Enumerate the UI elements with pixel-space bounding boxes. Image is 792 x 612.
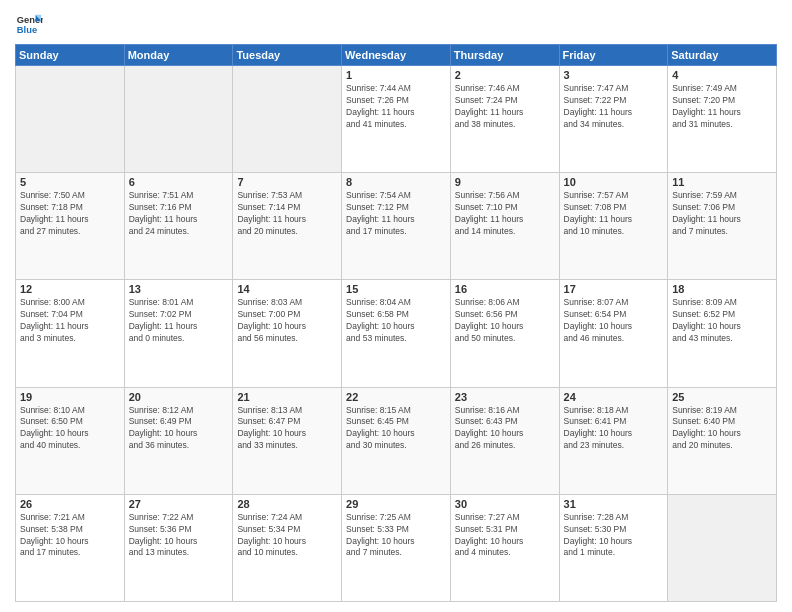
- day-cell-20: 20Sunrise: 8:12 AM Sunset: 6:49 PM Dayli…: [124, 387, 233, 494]
- day-cell-12: 12Sunrise: 8:00 AM Sunset: 7:04 PM Dayli…: [16, 280, 125, 387]
- day-number: 28: [237, 498, 337, 510]
- day-info: Sunrise: 8:13 AM Sunset: 6:47 PM Dayligh…: [237, 405, 337, 453]
- day-number: 17: [564, 283, 664, 295]
- day-number: 18: [672, 283, 772, 295]
- empty-cell: [233, 66, 342, 173]
- day-cell-29: 29Sunrise: 7:25 AM Sunset: 5:33 PM Dayli…: [342, 494, 451, 601]
- day-cell-15: 15Sunrise: 8:04 AM Sunset: 6:58 PM Dayli…: [342, 280, 451, 387]
- day-cell-13: 13Sunrise: 8:01 AM Sunset: 7:02 PM Dayli…: [124, 280, 233, 387]
- day-info: Sunrise: 7:56 AM Sunset: 7:10 PM Dayligh…: [455, 190, 555, 238]
- day-info: Sunrise: 7:49 AM Sunset: 7:20 PM Dayligh…: [672, 83, 772, 131]
- day-info: Sunrise: 7:47 AM Sunset: 7:22 PM Dayligh…: [564, 83, 664, 131]
- week-row-5: 26Sunrise: 7:21 AM Sunset: 5:38 PM Dayli…: [16, 494, 777, 601]
- day-cell-25: 25Sunrise: 8:19 AM Sunset: 6:40 PM Dayli…: [668, 387, 777, 494]
- day-info: Sunrise: 7:57 AM Sunset: 7:08 PM Dayligh…: [564, 190, 664, 238]
- day-info: Sunrise: 7:22 AM Sunset: 5:36 PM Dayligh…: [129, 512, 229, 560]
- day-cell-24: 24Sunrise: 8:18 AM Sunset: 6:41 PM Dayli…: [559, 387, 668, 494]
- day-info: Sunrise: 8:16 AM Sunset: 6:43 PM Dayligh…: [455, 405, 555, 453]
- day-number: 11: [672, 176, 772, 188]
- day-cell-18: 18Sunrise: 8:09 AM Sunset: 6:52 PM Dayli…: [668, 280, 777, 387]
- week-row-3: 12Sunrise: 8:00 AM Sunset: 7:04 PM Dayli…: [16, 280, 777, 387]
- logo-icon: General Blue: [15, 10, 43, 38]
- day-cell-11: 11Sunrise: 7:59 AM Sunset: 7:06 PM Dayli…: [668, 173, 777, 280]
- day-cell-27: 27Sunrise: 7:22 AM Sunset: 5:36 PM Dayli…: [124, 494, 233, 601]
- day-number: 8: [346, 176, 446, 188]
- svg-text:Blue: Blue: [17, 25, 37, 35]
- day-info: Sunrise: 8:18 AM Sunset: 6:41 PM Dayligh…: [564, 405, 664, 453]
- weekday-header-friday: Friday: [559, 45, 668, 66]
- day-info: Sunrise: 7:44 AM Sunset: 7:26 PM Dayligh…: [346, 83, 446, 131]
- day-info: Sunrise: 7:51 AM Sunset: 7:16 PM Dayligh…: [129, 190, 229, 238]
- day-cell-28: 28Sunrise: 7:24 AM Sunset: 5:34 PM Dayli…: [233, 494, 342, 601]
- day-number: 2: [455, 69, 555, 81]
- day-cell-9: 9Sunrise: 7:56 AM Sunset: 7:10 PM Daylig…: [450, 173, 559, 280]
- day-info: Sunrise: 7:50 AM Sunset: 7:18 PM Dayligh…: [20, 190, 120, 238]
- day-info: Sunrise: 7:46 AM Sunset: 7:24 PM Dayligh…: [455, 83, 555, 131]
- day-cell-26: 26Sunrise: 7:21 AM Sunset: 5:38 PM Dayli…: [16, 494, 125, 601]
- day-info: Sunrise: 7:28 AM Sunset: 5:30 PM Dayligh…: [564, 512, 664, 560]
- weekday-header-thursday: Thursday: [450, 45, 559, 66]
- day-number: 12: [20, 283, 120, 295]
- week-row-1: 1Sunrise: 7:44 AM Sunset: 7:26 PM Daylig…: [16, 66, 777, 173]
- day-number: 22: [346, 391, 446, 403]
- day-cell-21: 21Sunrise: 8:13 AM Sunset: 6:47 PM Dayli…: [233, 387, 342, 494]
- day-info: Sunrise: 7:21 AM Sunset: 5:38 PM Dayligh…: [20, 512, 120, 560]
- empty-cell: [124, 66, 233, 173]
- day-cell-16: 16Sunrise: 8:06 AM Sunset: 6:56 PM Dayli…: [450, 280, 559, 387]
- day-number: 24: [564, 391, 664, 403]
- day-cell-1: 1Sunrise: 7:44 AM Sunset: 7:26 PM Daylig…: [342, 66, 451, 173]
- day-number: 10: [564, 176, 664, 188]
- day-cell-8: 8Sunrise: 7:54 AM Sunset: 7:12 PM Daylig…: [342, 173, 451, 280]
- day-cell-23: 23Sunrise: 8:16 AM Sunset: 6:43 PM Dayli…: [450, 387, 559, 494]
- day-number: 16: [455, 283, 555, 295]
- weekday-header-tuesday: Tuesday: [233, 45, 342, 66]
- day-number: 15: [346, 283, 446, 295]
- empty-cell: [668, 494, 777, 601]
- day-cell-5: 5Sunrise: 7:50 AM Sunset: 7:18 PM Daylig…: [16, 173, 125, 280]
- weekday-header-monday: Monday: [124, 45, 233, 66]
- empty-cell: [16, 66, 125, 173]
- day-info: Sunrise: 7:27 AM Sunset: 5:31 PM Dayligh…: [455, 512, 555, 560]
- day-number: 1: [346, 69, 446, 81]
- day-info: Sunrise: 8:04 AM Sunset: 6:58 PM Dayligh…: [346, 297, 446, 345]
- day-info: Sunrise: 7:59 AM Sunset: 7:06 PM Dayligh…: [672, 190, 772, 238]
- calendar-table: SundayMondayTuesdayWednesdayThursdayFrid…: [15, 44, 777, 602]
- day-cell-19: 19Sunrise: 8:10 AM Sunset: 6:50 PM Dayli…: [16, 387, 125, 494]
- weekday-header-sunday: Sunday: [16, 45, 125, 66]
- day-number: 7: [237, 176, 337, 188]
- logo: General Blue: [15, 10, 43, 38]
- day-number: 29: [346, 498, 446, 510]
- day-number: 31: [564, 498, 664, 510]
- day-number: 13: [129, 283, 229, 295]
- week-row-4: 19Sunrise: 8:10 AM Sunset: 6:50 PM Dayli…: [16, 387, 777, 494]
- day-info: Sunrise: 7:25 AM Sunset: 5:33 PM Dayligh…: [346, 512, 446, 560]
- day-cell-3: 3Sunrise: 7:47 AM Sunset: 7:22 PM Daylig…: [559, 66, 668, 173]
- day-number: 19: [20, 391, 120, 403]
- day-number: 26: [20, 498, 120, 510]
- day-cell-30: 30Sunrise: 7:27 AM Sunset: 5:31 PM Dayli…: [450, 494, 559, 601]
- day-info: Sunrise: 8:07 AM Sunset: 6:54 PM Dayligh…: [564, 297, 664, 345]
- weekday-header-saturday: Saturday: [668, 45, 777, 66]
- weekday-header-row: SundayMondayTuesdayWednesdayThursdayFrid…: [16, 45, 777, 66]
- day-cell-2: 2Sunrise: 7:46 AM Sunset: 7:24 PM Daylig…: [450, 66, 559, 173]
- day-info: Sunrise: 8:01 AM Sunset: 7:02 PM Dayligh…: [129, 297, 229, 345]
- day-number: 5: [20, 176, 120, 188]
- day-info: Sunrise: 8:12 AM Sunset: 6:49 PM Dayligh…: [129, 405, 229, 453]
- day-number: 14: [237, 283, 337, 295]
- day-info: Sunrise: 8:03 AM Sunset: 7:00 PM Dayligh…: [237, 297, 337, 345]
- day-number: 30: [455, 498, 555, 510]
- day-info: Sunrise: 7:53 AM Sunset: 7:14 PM Dayligh…: [237, 190, 337, 238]
- day-info: Sunrise: 8:15 AM Sunset: 6:45 PM Dayligh…: [346, 405, 446, 453]
- day-cell-14: 14Sunrise: 8:03 AM Sunset: 7:00 PM Dayli…: [233, 280, 342, 387]
- weekday-header-wednesday: Wednesday: [342, 45, 451, 66]
- day-number: 3: [564, 69, 664, 81]
- day-cell-4: 4Sunrise: 7:49 AM Sunset: 7:20 PM Daylig…: [668, 66, 777, 173]
- day-info: Sunrise: 8:00 AM Sunset: 7:04 PM Dayligh…: [20, 297, 120, 345]
- day-info: Sunrise: 7:24 AM Sunset: 5:34 PM Dayligh…: [237, 512, 337, 560]
- day-cell-6: 6Sunrise: 7:51 AM Sunset: 7:16 PM Daylig…: [124, 173, 233, 280]
- day-number: 20: [129, 391, 229, 403]
- day-number: 25: [672, 391, 772, 403]
- day-number: 4: [672, 69, 772, 81]
- day-cell-7: 7Sunrise: 7:53 AM Sunset: 7:14 PM Daylig…: [233, 173, 342, 280]
- day-info: Sunrise: 8:10 AM Sunset: 6:50 PM Dayligh…: [20, 405, 120, 453]
